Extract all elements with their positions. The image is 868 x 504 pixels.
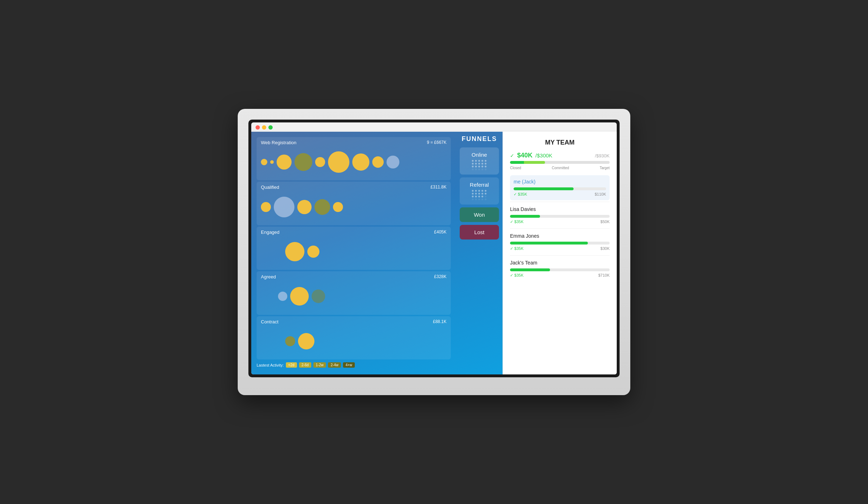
bubble [270, 160, 274, 164]
summary-target: /$930K [595, 153, 610, 158]
stage-name: Engaged [261, 230, 279, 235]
dots-pattern-online [472, 160, 487, 170]
summary-committed: /$300K [535, 152, 552, 158]
bubble [298, 333, 314, 349]
summary-progress-fill [510, 161, 545, 164]
member-progress-bar [510, 268, 610, 271]
funnel-stages: Web Registration 9 = £667K [251, 132, 456, 374]
member-jacks-team: Jack's Team ✓ $35K $710K [510, 255, 610, 282]
stage-name: Qualified [261, 185, 279, 190]
bubble [294, 153, 312, 171]
member-closed: ✓ $35K [510, 246, 524, 251]
member-target: $50K [600, 220, 610, 224]
member-progress-bar [514, 187, 606, 190]
bubble [312, 289, 325, 303]
summary-labels: Closed Committed Target [510, 166, 610, 170]
team-title: MY TEAM [510, 139, 610, 146]
legend-item-1w: 1-2w [313, 362, 326, 368]
bubble [261, 159, 267, 165]
maximize-button[interactable] [268, 125, 273, 130]
stage-value: 9 = £667K [427, 140, 446, 145]
bubble [372, 156, 384, 168]
funnel-btn-won-label: Won [474, 212, 485, 218]
funnel-btn-online[interactable]: Online [460, 147, 499, 175]
bubble [315, 157, 325, 167]
stage-agreed: Agreed £328K [257, 271, 451, 314]
member-closed: ✓ $35K [514, 192, 527, 197]
member-target: $110K [595, 192, 606, 197]
member-closed: ✓ $35K [510, 273, 524, 278]
stage-name: Contract [261, 319, 278, 324]
funnel-btn-lost-label: Lost [474, 229, 484, 235]
member-progress-bar [510, 242, 610, 245]
stage-engaged: Engaged £405K [257, 227, 451, 270]
team-summary: ✓ $40K /$300K /$930K Closed Committed Ta… [510, 152, 610, 170]
funnels-sidebar: FUNNELS Online Referral [456, 132, 503, 374]
bubble [277, 155, 292, 170]
member-progress-fill [510, 268, 550, 271]
funnel-btn-online-label: Online [471, 152, 487, 158]
stage-value: £311.8K [430, 185, 446, 190]
stage-name: Agreed [261, 274, 276, 279]
bubbles [261, 147, 446, 177]
stage-value: £405K [434, 230, 446, 235]
close-button[interactable] [256, 125, 260, 130]
stage-qualified: Qualified £311.8K [257, 182, 451, 225]
summary-values: ✓ $40K /$300K /$930K [510, 152, 610, 159]
bubbles [261, 281, 446, 312]
funnels-title: FUNNELS [462, 135, 497, 143]
member-progress-fill [510, 215, 540, 218]
member-values: ✓ $35K $30K [510, 246, 610, 251]
label-target: Target [600, 166, 610, 170]
summary-progress-bar [510, 161, 610, 164]
legend-bar: Lastest Activity: <2d 2-6d 1-2w 2-4w 4+w [257, 361, 451, 369]
label-committed: Committed [552, 166, 569, 170]
stage-value: £328K [434, 274, 446, 279]
bubble [278, 292, 287, 301]
legend-item-4w: 4+w [343, 362, 355, 368]
member-target: $30K [600, 246, 610, 251]
team-panel: MY TEAM ✓ $40K /$300K /$930K Closed Comm… [503, 132, 617, 374]
minimize-button[interactable] [262, 125, 266, 130]
member-name: Emma Jones [510, 233, 610, 239]
screen-border: Web Registration 9 = £667K [248, 120, 620, 377]
app-window: Web Registration 9 = £667K [251, 132, 617, 374]
member-target: $710K [598, 273, 610, 278]
bubbles [261, 236, 446, 267]
label-closed: Closed [510, 166, 521, 170]
member-emma-jones: Emma Jones ✓ $35K $30K [510, 228, 610, 255]
member-progress-fill [514, 187, 574, 190]
stage-contract: Contract £88.1K [257, 316, 451, 359]
summary-closed: $40K [517, 152, 533, 159]
member-progress-bar [510, 215, 610, 218]
bubble [307, 246, 319, 258]
member-name: Jack's Team [510, 260, 610, 266]
stage-name: Web Registration [261, 140, 296, 145]
title-bar [251, 122, 617, 132]
legend-item-2w: 2-4w [328, 362, 341, 368]
bubble [328, 151, 349, 173]
bubbles [261, 326, 446, 357]
member-values: ✓ $35K $110K [514, 192, 606, 197]
member-name[interactable]: me (Jack) [514, 179, 606, 185]
member-closed: ✓ $35K [510, 220, 524, 224]
bubble [285, 242, 304, 261]
bubble [314, 199, 330, 215]
bubble [333, 202, 343, 212]
member-lisa-davies: Lisa Davies ✓ $35K $50K [510, 202, 610, 228]
bubble [285, 336, 295, 346]
stage-web-registration: Web Registration 9 = £667K [257, 137, 451, 180]
member-me-jack: me (Jack) ✓ $35K $110K [510, 175, 610, 200]
dots-pattern-referral [472, 190, 487, 200]
bubble [261, 202, 271, 212]
funnel-btn-referral-label: Referral [470, 182, 489, 188]
member-name: Lisa Davies [510, 206, 610, 212]
funnel-btn-referral[interactable]: Referral [460, 177, 499, 205]
stage-value: £88.1K [433, 319, 446, 324]
member-progress-fill [510, 242, 588, 245]
legend-item-6d: 2-6d [299, 362, 311, 368]
funnel-btn-won[interactable]: Won [460, 207, 499, 222]
member-values: ✓ $35K $50K [510, 220, 610, 224]
funnel-btn-lost[interactable]: Lost [460, 225, 499, 240]
summary-check-icon: ✓ [510, 153, 514, 158]
